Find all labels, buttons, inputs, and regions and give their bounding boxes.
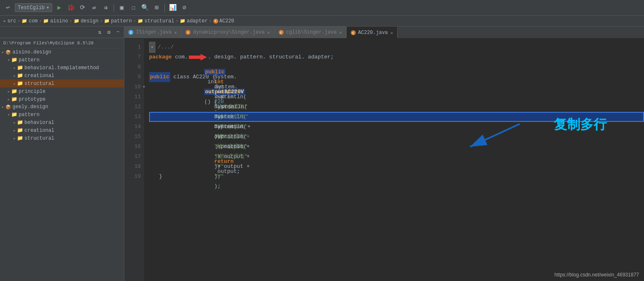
- breadcrumb-pattern[interactable]: 📁 pattern: [104, 18, 132, 24]
- tab-label: cglib\Singer.java: [286, 29, 337, 35]
- code-editor[interactable]: 1 7 8 9 10 11 12 13 14 15 16 17 18 19: [124, 39, 644, 281]
- sidebar-item-geely-structural[interactable]: ▸ 📁 structural: [0, 134, 124, 142]
- folder-icon: 📁: [17, 135, 23, 141]
- breadcrumb-design[interactable]: 📁 design: [74, 18, 99, 24]
- hierarchy-icon[interactable]: ⇅: [96, 29, 103, 36]
- settings-icon[interactable]: ⚙: [106, 29, 112, 36]
- package-icon: 📦: [5, 50, 11, 55]
- grid-button[interactable]: ⊞: [152, 3, 161, 12]
- package-icon: 📦: [5, 104, 11, 110]
- folder-icon: 📁: [74, 18, 80, 24]
- folder-icon: 📁: [137, 18, 143, 24]
- step-over-button[interactable]: ⇉: [101, 3, 110, 12]
- run-config-label: TestCglib: [18, 5, 45, 11]
- tab-dynamicproxy-singer[interactable]: C dynamicproxy\Singer.java ✕: [181, 27, 274, 38]
- sidebar-item-geely-creational[interactable]: ▸ 📁 creational: [0, 126, 124, 134]
- expand-icon: ▸: [13, 65, 16, 70]
- svg-line-1: [470, 124, 520, 147]
- debug-button[interactable]: 🐞: [66, 3, 75, 12]
- expand-icon: ▸: [2, 50, 4, 55]
- breadcrumb-structural[interactable]: 📁 structural: [137, 18, 174, 24]
- back-button[interactable]: ↩: [3, 3, 12, 12]
- folder-icon: 📁: [104, 18, 110, 24]
- folder-icon: ▸: [3, 18, 6, 24]
- sidebar-item-geely-design[interactable]: ▸ 📦 geely.design: [0, 103, 124, 111]
- expand-block-button[interactable]: +: [149, 42, 155, 53]
- sidebar-tree: ▸ 📦 aisino.design ▾ 📁 pattern ▸ 📁 behavi…: [0, 48, 124, 281]
- class-icon: C: [213, 19, 218, 24]
- search-button[interactable]: 🔍: [140, 3, 150, 12]
- expand-icon: ▸: [7, 89, 10, 94]
- folder-icon: 📁: [11, 57, 17, 63]
- run-button[interactable]: ▶: [55, 3, 64, 12]
- breadcrumb-src[interactable]: ▸ src: [3, 18, 16, 24]
- annotation-text: 复制多行: [554, 117, 607, 132]
- expand-icon: ▸: [13, 73, 16, 78]
- close-icon[interactable]: ✕: [267, 30, 270, 35]
- main-area: ⇅ ⚙ − D:\Program Files\MyEclipse 8.5\20 …: [0, 27, 644, 281]
- folder-icon: 📁: [11, 88, 17, 94]
- sidebar-item-geely-behavioral[interactable]: ▸ 📁 behavioral: [0, 119, 124, 126]
- close-icon[interactable]: ✕: [391, 30, 393, 36]
- code-line-18: return output;: [149, 162, 644, 172]
- sidebar-item-behavioral-templatemethod[interactable]: ▸ 📁 behavioral.templatemethod: [0, 64, 124, 72]
- expand-icon: ▸: [13, 136, 16, 141]
- gutter-arrow: ▾: [142, 82, 145, 92]
- sync-button[interactable]: ⇌: [89, 3, 99, 12]
- sidebar-header: ⇅ ⚙ −: [0, 27, 124, 38]
- toolbar: ↩ TestCglib ▾ ▶ 🐞 ⟳ ⇌ ⇉ ▣ ☐ 🔍 ⊞ 📊 ⊘: [0, 0, 644, 16]
- folder-icon: 📁: [43, 18, 49, 24]
- sidebar-path: D:\Program Files\MyEclipse 8.5\20: [0, 38, 124, 48]
- sidebar-item-geely-pattern[interactable]: ▾ 📁 pattern: [0, 111, 124, 119]
- tab-isinger[interactable]: I ISinger.java ✕: [124, 27, 181, 38]
- class-icon: C: [186, 30, 191, 35]
- sidebar-item-creational[interactable]: ▸ 📁 creational: [0, 72, 124, 80]
- class-icon: C: [279, 30, 284, 35]
- tab-label: ISinger.java: [136, 29, 171, 35]
- separator-2: [164, 4, 165, 12]
- tab-label: AC220.java: [358, 30, 388, 36]
- sidebar-item-structural[interactable]: ▸ 📁 structural: [0, 80, 124, 87]
- folder-icon: 📁: [17, 127, 23, 133]
- breadcrumb-com[interactable]: 📁 com: [22, 18, 38, 24]
- sidebar: ⇅ ⚙ − D:\Program Files\MyEclipse 8.5\20 …: [0, 27, 124, 281]
- minimize-icon[interactable]: −: [115, 29, 121, 36]
- no-entry-button[interactable]: ⊘: [180, 3, 189, 12]
- profile-button[interactable]: ⟳: [78, 3, 87, 12]
- sidebar-item-prototype[interactable]: ▸ 📁 prototype: [0, 95, 124, 103]
- run-config-dropdown[interactable]: TestCglib ▾: [15, 3, 52, 12]
- frame-button[interactable]: ☐: [129, 3, 138, 12]
- annotation-arrow: [462, 120, 528, 153]
- folder-icon: 📁: [17, 65, 23, 71]
- close-icon[interactable]: ✕: [174, 30, 177, 35]
- tab-ac220[interactable]: C AC220.java ✕: [347, 27, 398, 38]
- folder-icon: 📁: [180, 18, 186, 24]
- expand-icon: ▾: [7, 58, 10, 63]
- code-line-1: + /.../: [149, 42, 644, 52]
- expand-icon: ▸: [13, 81, 16, 86]
- build-button[interactable]: ▣: [117, 3, 126, 12]
- sidebar-item-principle[interactable]: ▸ 📁 principle: [0, 87, 124, 95]
- editor-area: I ISinger.java ✕ C dynamicproxy\Singer.j…: [124, 27, 644, 281]
- expand-icon: ▸: [13, 120, 16, 125]
- folder-icon: 📁: [22, 18, 27, 24]
- sidebar-item-aisino-design[interactable]: ▸ 📦 aisino.design: [0, 48, 124, 56]
- tab-cglib-singer[interactable]: C cglib\Singer.java ✕: [275, 27, 347, 38]
- breadcrumb-adapter[interactable]: 📁 adapter: [180, 18, 207, 24]
- sidebar-item-pattern[interactable]: ▾ 📁 pattern: [0, 56, 124, 64]
- folder-icon: 📁: [11, 111, 17, 118]
- code-line-19: }: [149, 172, 644, 182]
- close-icon[interactable]: ✕: [339, 30, 342, 35]
- chevron-down-icon: ▾: [46, 5, 49, 11]
- expand-icon: ▾: [7, 112, 10, 117]
- breadcrumb-aisino[interactable]: 📁 aisino: [43, 18, 68, 24]
- watermark: https://blog.csdn.net/weixin_46931877: [555, 272, 639, 278]
- class-icon: C: [351, 30, 356, 35]
- separator-1: [113, 4, 114, 12]
- tab-bar: I ISinger.java ✕ C dynamicproxy\Singer.j…: [124, 27, 644, 39]
- code-content: 1 7 8 9 10 11 12 13 14 15 16 17 18 19: [124, 39, 644, 281]
- chart-button[interactable]: 📊: [168, 3, 177, 12]
- breadcrumb-ac220[interactable]: C AC220: [213, 18, 234, 24]
- folder-icon: 📁: [17, 119, 23, 126]
- breadcrumb: ▸ src › 📁 com › 📁 aisino › 📁 design › 📁 …: [0, 16, 644, 27]
